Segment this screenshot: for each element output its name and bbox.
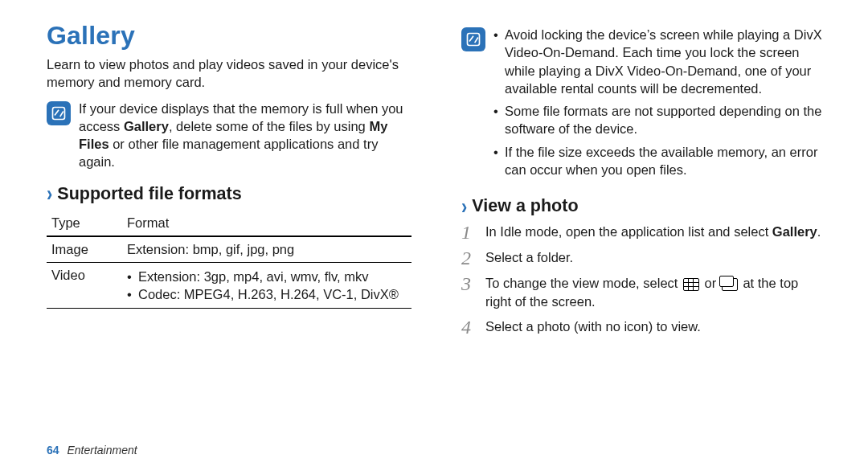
th-format: Format xyxy=(122,211,411,236)
note-bullet: If the file size exceeds the available m… xyxy=(493,143,826,179)
step-number: 2 xyxy=(461,248,479,268)
th-type: Type xyxy=(47,211,122,236)
heading-view-photo: › View a photo xyxy=(461,196,826,216)
note-bold-gallery: Gallery xyxy=(124,119,169,133)
note-icon xyxy=(461,27,485,51)
note-bullet: Avoid locking the device’s screen while … xyxy=(493,26,826,97)
note-body: Avoid locking the device’s screen while … xyxy=(493,26,826,183)
stack-view-icon xyxy=(722,278,738,291)
note-text: or other file management applications an… xyxy=(79,137,378,169)
table-row: Video Extension: 3gp, mp4, avi, wmv, flv… xyxy=(47,262,411,309)
step-text: In Idle mode, open the application list … xyxy=(485,224,772,239)
note-icon xyxy=(47,101,71,125)
step-text: To change the view mode, select xyxy=(485,276,682,290)
note-text: , delete some of the files by using xyxy=(169,119,369,133)
chevron-icon: › xyxy=(47,182,52,205)
intro-text: Learn to view photos and play videos sav… xyxy=(47,55,411,92)
page-title: Gallery xyxy=(47,21,411,51)
section-name: Entertainment xyxy=(67,444,137,457)
step-text: Select a folder. xyxy=(485,248,826,268)
grid-view-icon xyxy=(683,278,699,291)
note-memory-full: If your device displays that the memory … xyxy=(47,100,411,171)
note-divx-etc: Avoid locking the device’s screen while … xyxy=(461,26,826,183)
step-number: 4 xyxy=(461,317,479,337)
format-item: Extension: 3gp, mp4, avi, wmv, flv, mkv xyxy=(127,268,403,285)
step-text: . xyxy=(817,224,821,239)
note-body: If your device displays that the memory … xyxy=(79,100,411,171)
cell-type: Video xyxy=(47,262,122,309)
step-1: 1 In Idle mode, open the application lis… xyxy=(461,223,826,242)
heading-text: View a photo xyxy=(472,196,578,216)
cell-format: Extension: 3gp, mp4, avi, wmv, flv, mkv … xyxy=(122,262,411,309)
step-3: 3 To change the view mode, select or at … xyxy=(461,274,826,311)
step-number: 1 xyxy=(461,223,479,242)
cell-format: Extension: bmp, gif, jpg, png xyxy=(122,236,411,263)
step-text: or xyxy=(705,276,720,290)
format-item: Codec: MPEG4, H.263, H.264, VC-1, DivX® xyxy=(127,285,403,303)
page-footer: 64 Entertainment xyxy=(47,444,137,457)
step-bold-gallery: Gallery xyxy=(772,224,817,239)
steps-list: 1 In Idle mode, open the application lis… xyxy=(461,223,826,337)
table-row: Image Extension: bmp, gif, jpg, png xyxy=(47,236,411,263)
step-4: 4 Select a photo (with no icon) to view. xyxy=(461,317,826,337)
chevron-icon: › xyxy=(461,195,467,218)
formats-table: Type Format Image Extension: bmp, gif, j… xyxy=(47,211,411,309)
note-bullet: Some file formats are not supported depe… xyxy=(493,102,826,138)
page-number: 64 xyxy=(47,444,59,457)
heading-text: Supported file formats xyxy=(57,184,241,204)
cell-type: Image xyxy=(47,236,122,263)
step-2: 2 Select a folder. xyxy=(461,248,826,268)
step-number: 3 xyxy=(461,274,479,311)
step-text: Select a photo (with no icon) to view. xyxy=(485,317,826,337)
heading-supported-formats: › Supported file formats xyxy=(47,184,411,204)
